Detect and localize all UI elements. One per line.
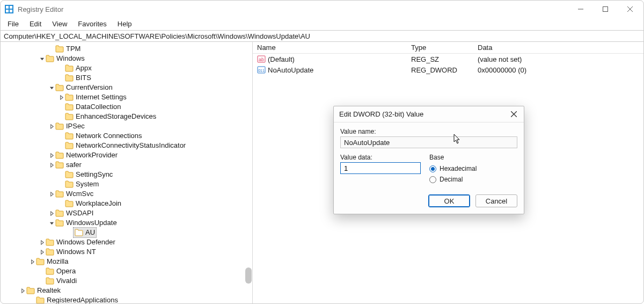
radio-hex-label: Hexadecimal	[440, 165, 477, 172]
tree-item[interactable]: WSDAPI	[1, 208, 252, 218]
tree-item[interactable]: Opera	[1, 266, 252, 276]
value-name: (Default)	[268, 55, 295, 63]
expander-none	[57, 132, 65, 140]
chevron-down-icon[interactable]	[48, 219, 55, 227]
tree-item[interactable]: SettingSync	[1, 170, 252, 179]
tree-item[interactable]: Windows NT	[1, 247, 252, 257]
dialog-close-button[interactable]	[506, 107, 522, 121]
tree-item[interactable]: TPM	[1, 44, 252, 54]
address-path: Computer\HKEY_LOCAL_MACHINE\SOFTWARE\Pol…	[4, 32, 310, 40]
tree-item[interactable]: Mozilla	[1, 257, 252, 266]
tree-item[interactable]: WcmSvc	[1, 189, 252, 199]
menu-help[interactable]: Help	[113, 19, 137, 29]
tree-item-label: Internet Settings	[76, 92, 127, 102]
chevron-right-icon[interactable]	[38, 248, 46, 256]
tree-item-label: Realtek	[37, 286, 61, 295]
dialog-title-text: Edit DWORD (32-bit) Value	[339, 110, 506, 118]
tree-item[interactable]: DataCollection	[1, 102, 252, 112]
tree-item[interactable]: System	[1, 179, 252, 189]
tree-item[interactable]: Vivaldi	[1, 276, 252, 286]
tree-item-label: SettingSync	[76, 170, 113, 179]
address-bar[interactable]: Computer\HKEY_LOCAL_MACHINE\SOFTWARE\Pol…	[1, 30, 643, 42]
expander-none	[28, 296, 36, 303]
tree-item-label: RegisteredApplications	[47, 295, 118, 303]
tree-item[interactable]: safer	[1, 160, 252, 170]
chevron-right-icon[interactable]	[48, 209, 55, 217]
folder-icon	[75, 229, 83, 236]
folder-icon	[65, 180, 74, 188]
menu-file[interactable]: File	[3, 19, 24, 29]
chevron-right-icon[interactable]	[19, 287, 26, 294]
tree-item[interactable]: RegisteredApplications	[1, 295, 252, 303]
tree-pane[interactable]: TPMWindowsAppxBITSCurrentVersionInternet…	[1, 42, 253, 303]
chevron-right-icon[interactable]	[57, 93, 65, 101]
folder-icon	[55, 84, 64, 91]
tree-item[interactable]: Network Connections	[1, 131, 252, 141]
tree-item-label: Vivaldi	[56, 276, 77, 286]
tree-item[interactable]: Realtek	[1, 286, 252, 295]
col-header-type[interactable]: Type	[407, 44, 473, 52]
tree-item[interactable]: BITS	[1, 73, 252, 83]
folder-icon	[46, 267, 54, 275]
tree-item[interactable]: Internet Settings	[1, 92, 252, 102]
tree-item[interactable]: Windows	[1, 54, 252, 63]
chevron-right-icon[interactable]	[38, 238, 46, 246]
radio-decimal[interactable]: Decimal	[429, 174, 517, 185]
value-row[interactable]: 011NoAutoUpdateREG_DWORD0x00000000 (0)	[253, 64, 643, 75]
svg-text:011: 011	[258, 69, 265, 73]
maximize-button[interactable]	[593, 1, 618, 18]
tree-item[interactable]: NetworkConnectivityStatusIndicator	[1, 141, 252, 150]
tree-item[interactable]: EnhancedStorageDevices	[1, 112, 252, 121]
chevron-down-icon[interactable]	[38, 55, 46, 62]
folder-icon	[65, 93, 74, 101]
tree-item[interactable]: WorkplaceJoin	[1, 199, 252, 208]
value-data: 0x00000000 (0)	[473, 66, 643, 74]
tree-item[interactable]: NetworkProvider	[1, 150, 252, 160]
tree-item-label: WorkplaceJoin	[76, 199, 121, 208]
binary-value-icon: 011	[257, 66, 266, 74]
folder-icon	[65, 74, 74, 82]
chevron-right-icon[interactable]	[48, 122, 55, 130]
tree-item[interactable]: Appx	[1, 63, 252, 73]
tree-item[interactable]: AU	[1, 228, 252, 237]
chevron-right-icon[interactable]	[48, 190, 55, 198]
folder-icon	[26, 287, 35, 294]
expander-none	[48, 45, 55, 53]
chevron-right-icon[interactable]	[48, 161, 55, 169]
tree-item[interactable]: CurrentVersion	[1, 83, 252, 92]
tree-item-label: Windows Defender	[56, 237, 115, 247]
cancel-button[interactable]: Cancel	[475, 194, 517, 207]
tree-item-label: NetworkProvider	[66, 150, 118, 160]
close-button[interactable]	[618, 1, 642, 18]
expander-none	[57, 113, 65, 120]
tree-item[interactable]: WindowsUpdate	[1, 218, 252, 228]
svg-text:ab: ab	[259, 57, 264, 62]
values-header: Name Type Data	[253, 42, 643, 54]
col-header-data[interactable]: Data	[473, 44, 643, 52]
folder-icon	[55, 122, 64, 130]
window-title: Registry Editor	[18, 5, 63, 13]
minimize-button[interactable]	[568, 1, 593, 18]
value-data-input[interactable]	[340, 162, 421, 174]
ok-button[interactable]: OK	[428, 194, 470, 207]
chevron-right-icon[interactable]	[28, 258, 36, 265]
registry-tree[interactable]: TPMWindowsAppxBITSCurrentVersionInternet…	[1, 44, 252, 303]
menu-favorites[interactable]: Favorites	[73, 19, 111, 29]
folder-icon	[55, 209, 64, 217]
chevron-right-icon[interactable]	[48, 151, 55, 159]
radio-hexadecimal[interactable]: Hexadecimal	[429, 163, 517, 174]
tree-item-label: Opera	[56, 266, 76, 276]
base-group-label: Base	[429, 154, 517, 161]
col-header-name[interactable]: Name	[253, 44, 407, 52]
chevron-down-icon[interactable]	[48, 84, 55, 91]
tree-item[interactable]: Windows Defender	[1, 237, 252, 247]
folder-icon	[55, 190, 64, 198]
menubar: File Edit View Favorites Help	[1, 18, 643, 30]
value-row[interactable]: ab(Default)REG_SZ(value not set)	[253, 54, 643, 64]
tree-item[interactable]: IPSec	[1, 121, 252, 131]
tree-item-label: System	[76, 179, 99, 189]
menu-view[interactable]: View	[47, 19, 72, 29]
dialog-titlebar[interactable]: Edit DWORD (32-bit) Value	[334, 106, 524, 122]
tree-scrollbar-thumb[interactable]	[245, 267, 252, 284]
menu-edit[interactable]: Edit	[25, 19, 46, 29]
